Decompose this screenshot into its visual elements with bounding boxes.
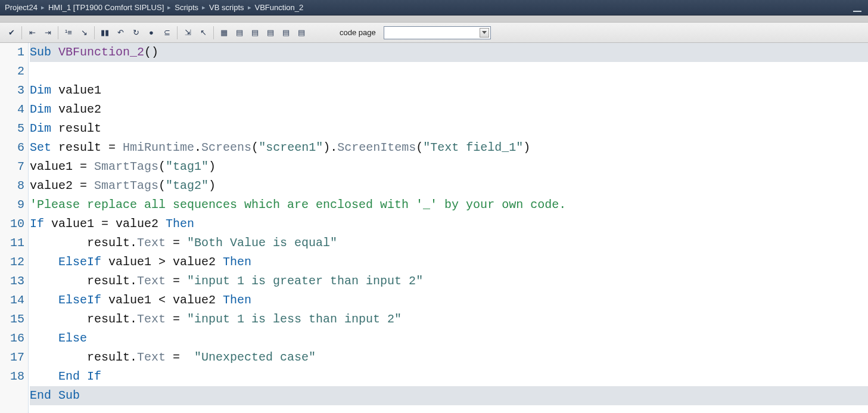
line-number: 12 <box>0 253 24 272</box>
token-str: "Unexpected case" <box>194 350 316 364</box>
code-line[interactable]: Dim value2 <box>30 103 101 116</box>
token-txt: value1 > value2 <box>101 255 223 269</box>
chevron-down-icon[interactable] <box>480 28 489 38</box>
toggle-breakpoint-button[interactable]: ● <box>144 25 159 41</box>
token-txt: = <box>166 274 187 288</box>
code-line[interactable]: Else <box>30 331 87 345</box>
token-txt: . <box>194 141 201 154</box>
code-line[interactable]: result.Text = "Both Value is equal" <box>30 236 337 250</box>
indent-in-button[interactable]: ⇤ <box>24 25 40 41</box>
token-kw: End Sub <box>30 389 80 402</box>
code-line[interactable]: 'Please replace all sequences which are … <box>30 198 566 212</box>
toolbar-separator <box>177 26 178 39</box>
token-kw: Then <box>166 217 194 231</box>
token-str: "Text field_1" <box>423 141 523 154</box>
token-txt: value1 = <box>30 160 94 173</box>
token-kw: If <box>30 217 44 231</box>
token-txt: ( <box>158 179 166 192</box>
line-number: 9 <box>0 195 24 215</box>
line-number: 6 <box>0 138 24 157</box>
chevron-right-icon: ▸ <box>41 4 45 11</box>
line-number: 7 <box>0 157 24 176</box>
code-line[interactable]: Dim value1 <box>30 83 101 97</box>
step-into-button[interactable]: ↶ <box>113 25 128 41</box>
indent-out-button[interactable]: ⇥ <box>40 25 55 41</box>
script-4-button[interactable]: ▤ <box>278 25 294 41</box>
line-number: 1 <box>0 43 24 62</box>
breadcrumb-item[interactable]: VB scripts <box>209 3 244 12</box>
token-str: "tag2" <box>166 179 209 192</box>
code-line[interactable]: value2 = SmartTags("tag2") <box>30 179 216 192</box>
breadcrumb-item[interactable]: HMI_1 [TP1900 Comfort SIPLUS] <box>48 3 164 12</box>
token-fn: VBFunction_2 <box>58 45 144 59</box>
codepage-label: code page <box>340 28 376 37</box>
token-obj: Text <box>137 236 166 250</box>
line-number: 10 <box>0 215 24 234</box>
code-line[interactable]: result.Text = "input 1 is less than inpu… <box>30 312 402 326</box>
line-gutter: 123456789101112131415161718 <box>0 43 29 413</box>
toolbar-separator <box>94 26 95 39</box>
code-line[interactable]: Dim result <box>30 122 101 135</box>
script-3-button[interactable]: ▤ <box>263 25 278 41</box>
breadcrumb-item[interactable]: Scripts <box>175 3 198 12</box>
line-number: 16 <box>0 329 24 348</box>
token-txt: result. <box>30 312 137 326</box>
script-2-button[interactable]: ▤ <box>247 25 263 41</box>
code-line[interactable]: result.Text = "input 1 is greater than i… <box>30 274 423 288</box>
token-cmt: 'Please replace all sequences which are … <box>30 198 566 212</box>
code-line[interactable]: result.Text = "Unexpected case" <box>30 350 316 364</box>
token-txt: result <box>51 122 101 135</box>
code-line[interactable]: End Sub <box>30 386 868 405</box>
code-line[interactable]: Sub VBFunction_2() <box>30 43 868 62</box>
token-kw: ElseIf <box>58 293 101 307</box>
token-txt: value1 <box>51 83 101 97</box>
token-obj: SmartTags <box>94 179 158 192</box>
token-kw: Then <box>223 255 251 269</box>
token-txt <box>30 369 58 383</box>
script-1-button[interactable]: ▤ <box>232 25 247 41</box>
token-txt <box>30 331 58 345</box>
breadcrumb-item[interactable]: Project24 <box>5 3 38 12</box>
token-obj: HmiRuntime <box>123 141 194 154</box>
code-line[interactable]: ElseIf value1 > value2 Then <box>30 255 251 269</box>
breadcrumb-item[interactable]: VBFunction_2 <box>255 3 304 12</box>
code-area[interactable]: Sub VBFunction_2() Dim value1 Dim value2… <box>29 43 868 413</box>
code-line[interactable]: ElseIf value1 < value2 Then <box>30 293 251 307</box>
toolbar-separator <box>21 26 22 39</box>
object-browser-button[interactable]: ▦ <box>216 25 232 41</box>
code-editor[interactable]: 123456789101112131415161718 Sub VBFuncti… <box>0 43 868 413</box>
token-txt: ( <box>158 160 166 173</box>
token-txt: result. <box>30 350 137 364</box>
minimize-button[interactable] <box>851 2 863 12</box>
line-number: 15 <box>0 310 24 329</box>
code-line[interactable]: value1 = SmartTags("tag1") <box>30 160 216 173</box>
line-number: 2 <box>0 62 24 81</box>
line-number: 3 <box>0 81 24 100</box>
line-number: 17 <box>0 348 24 367</box>
code-line[interactable]: Set result = HmiRuntime.Screens("screen1… <box>30 141 530 154</box>
token-txt: result = <box>51 141 123 154</box>
code-line[interactable]: If value1 = value2 Then <box>30 217 194 231</box>
token-str: "input 1 is greater than input 2" <box>187 274 423 288</box>
token-kw: Sub <box>30 45 58 59</box>
pointer-button[interactable]: ↖ <box>195 25 211 41</box>
code-line[interactable]: End If <box>30 369 101 383</box>
token-kw: End If <box>58 369 101 383</box>
step-over-button[interactable]: ↻ <box>128 25 144 41</box>
goto-def-button[interactable]: ⇲ <box>180 25 195 41</box>
syntax-check-button[interactable]: ✔ <box>4 25 19 41</box>
step-condition-button[interactable]: ⊆ <box>159 25 175 41</box>
toggle-signature-button[interactable]: ↘ <box>76 25 92 41</box>
script-5-button[interactable]: ▤ <box>294 25 309 41</box>
codepage-select[interactable] <box>384 26 491 39</box>
token-str: "Both Value is equal" <box>187 236 337 250</box>
token-txt <box>30 293 58 307</box>
line-number: 18 <box>0 367 24 386</box>
pause-button[interactable]: ▮▮ <box>97 25 113 41</box>
token-txt: ). <box>323 141 337 154</box>
token-txt: value2 <box>51 103 101 116</box>
breadcrumb[interactable]: Project24 ▸ HMI_1 [TP1900 Comfort SIPLUS… <box>5 3 303 12</box>
line-number: 4 <box>0 100 24 119</box>
toggle-outline-button[interactable]: ¹≡ <box>61 25 76 41</box>
token-txt: ) <box>209 160 216 173</box>
